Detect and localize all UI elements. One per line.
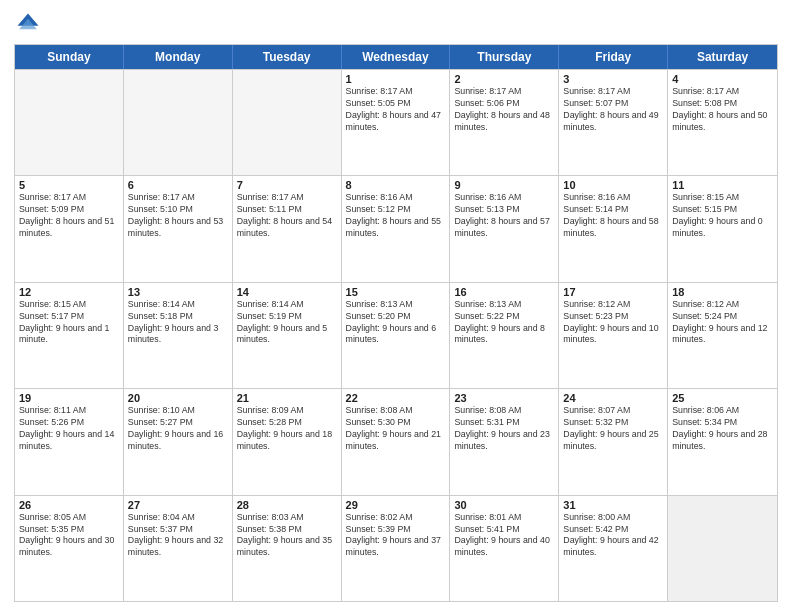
empty-cell-4-6 [668, 496, 777, 601]
day-info: Sunrise: 8:12 AM Sunset: 5:23 PM Dayligh… [563, 299, 663, 347]
header-day-tuesday: Tuesday [233, 45, 342, 69]
logo-icon [14, 10, 42, 38]
day-info: Sunrise: 8:14 AM Sunset: 5:19 PM Dayligh… [237, 299, 337, 347]
calendar-header: SundayMondayTuesdayWednesdayThursdayFrid… [15, 45, 777, 69]
calendar: SundayMondayTuesdayWednesdayThursdayFrid… [14, 44, 778, 602]
page: SundayMondayTuesdayWednesdayThursdayFrid… [0, 0, 792, 612]
day-info: Sunrise: 8:17 AM Sunset: 5:08 PM Dayligh… [672, 86, 773, 134]
day-cell-18: 18Sunrise: 8:12 AM Sunset: 5:24 PM Dayli… [668, 283, 777, 388]
day-cell-7: 7Sunrise: 8:17 AM Sunset: 5:11 PM Daylig… [233, 176, 342, 281]
day-info: Sunrise: 8:17 AM Sunset: 5:11 PM Dayligh… [237, 192, 337, 240]
day-number: 11 [672, 179, 773, 191]
day-info: Sunrise: 8:08 AM Sunset: 5:31 PM Dayligh… [454, 405, 554, 453]
day-number: 31 [563, 499, 663, 511]
calendar-body: 1Sunrise: 8:17 AM Sunset: 5:05 PM Daylig… [15, 69, 777, 601]
day-cell-16: 16Sunrise: 8:13 AM Sunset: 5:22 PM Dayli… [450, 283, 559, 388]
calendar-row-0: 1Sunrise: 8:17 AM Sunset: 5:05 PM Daylig… [15, 69, 777, 175]
day-info: Sunrise: 8:13 AM Sunset: 5:22 PM Dayligh… [454, 299, 554, 347]
day-info: Sunrise: 8:17 AM Sunset: 5:10 PM Dayligh… [128, 192, 228, 240]
day-cell-25: 25Sunrise: 8:06 AM Sunset: 5:34 PM Dayli… [668, 389, 777, 494]
day-cell-21: 21Sunrise: 8:09 AM Sunset: 5:28 PM Dayli… [233, 389, 342, 494]
day-cell-23: 23Sunrise: 8:08 AM Sunset: 5:31 PM Dayli… [450, 389, 559, 494]
day-number: 25 [672, 392, 773, 404]
day-number: 22 [346, 392, 446, 404]
day-cell-22: 22Sunrise: 8:08 AM Sunset: 5:30 PM Dayli… [342, 389, 451, 494]
day-number: 18 [672, 286, 773, 298]
day-number: 29 [346, 499, 446, 511]
logo [14, 10, 46, 38]
day-number: 7 [237, 179, 337, 191]
day-cell-30: 30Sunrise: 8:01 AM Sunset: 5:41 PM Dayli… [450, 496, 559, 601]
day-info: Sunrise: 8:13 AM Sunset: 5:20 PM Dayligh… [346, 299, 446, 347]
header-day-sunday: Sunday [15, 45, 124, 69]
day-number: 26 [19, 499, 119, 511]
day-cell-27: 27Sunrise: 8:04 AM Sunset: 5:37 PM Dayli… [124, 496, 233, 601]
header [14, 10, 778, 38]
calendar-row-4: 26Sunrise: 8:05 AM Sunset: 5:35 PM Dayli… [15, 495, 777, 601]
day-info: Sunrise: 8:17 AM Sunset: 5:09 PM Dayligh… [19, 192, 119, 240]
day-number: 23 [454, 392, 554, 404]
header-day-monday: Monday [124, 45, 233, 69]
day-number: 3 [563, 73, 663, 85]
day-number: 10 [563, 179, 663, 191]
day-number: 30 [454, 499, 554, 511]
day-cell-12: 12Sunrise: 8:15 AM Sunset: 5:17 PM Dayli… [15, 283, 124, 388]
day-cell-6: 6Sunrise: 8:17 AM Sunset: 5:10 PM Daylig… [124, 176, 233, 281]
day-number: 14 [237, 286, 337, 298]
day-cell-1: 1Sunrise: 8:17 AM Sunset: 5:05 PM Daylig… [342, 70, 451, 175]
day-cell-26: 26Sunrise: 8:05 AM Sunset: 5:35 PM Dayli… [15, 496, 124, 601]
day-number: 27 [128, 499, 228, 511]
day-number: 12 [19, 286, 119, 298]
empty-cell-0-0 [15, 70, 124, 175]
day-cell-3: 3Sunrise: 8:17 AM Sunset: 5:07 PM Daylig… [559, 70, 668, 175]
day-info: Sunrise: 8:11 AM Sunset: 5:26 PM Dayligh… [19, 405, 119, 453]
day-cell-4: 4Sunrise: 8:17 AM Sunset: 5:08 PM Daylig… [668, 70, 777, 175]
calendar-row-2: 12Sunrise: 8:15 AM Sunset: 5:17 PM Dayli… [15, 282, 777, 388]
header-day-wednesday: Wednesday [342, 45, 451, 69]
day-number: 6 [128, 179, 228, 191]
day-cell-24: 24Sunrise: 8:07 AM Sunset: 5:32 PM Dayli… [559, 389, 668, 494]
day-cell-28: 28Sunrise: 8:03 AM Sunset: 5:38 PM Dayli… [233, 496, 342, 601]
day-number: 17 [563, 286, 663, 298]
day-number: 5 [19, 179, 119, 191]
day-number: 13 [128, 286, 228, 298]
calendar-row-3: 19Sunrise: 8:11 AM Sunset: 5:26 PM Dayli… [15, 388, 777, 494]
day-number: 19 [19, 392, 119, 404]
empty-cell-0-2 [233, 70, 342, 175]
calendar-row-1: 5Sunrise: 8:17 AM Sunset: 5:09 PM Daylig… [15, 175, 777, 281]
day-number: 2 [454, 73, 554, 85]
header-day-thursday: Thursday [450, 45, 559, 69]
day-info: Sunrise: 8:06 AM Sunset: 5:34 PM Dayligh… [672, 405, 773, 453]
day-cell-14: 14Sunrise: 8:14 AM Sunset: 5:19 PM Dayli… [233, 283, 342, 388]
day-cell-5: 5Sunrise: 8:17 AM Sunset: 5:09 PM Daylig… [15, 176, 124, 281]
day-number: 9 [454, 179, 554, 191]
day-cell-2: 2Sunrise: 8:17 AM Sunset: 5:06 PM Daylig… [450, 70, 559, 175]
day-number: 20 [128, 392, 228, 404]
day-number: 28 [237, 499, 337, 511]
day-number: 4 [672, 73, 773, 85]
day-number: 15 [346, 286, 446, 298]
header-day-friday: Friday [559, 45, 668, 69]
day-info: Sunrise: 8:10 AM Sunset: 5:27 PM Dayligh… [128, 405, 228, 453]
day-info: Sunrise: 8:01 AM Sunset: 5:41 PM Dayligh… [454, 512, 554, 560]
day-info: Sunrise: 8:02 AM Sunset: 5:39 PM Dayligh… [346, 512, 446, 560]
day-cell-29: 29Sunrise: 8:02 AM Sunset: 5:39 PM Dayli… [342, 496, 451, 601]
day-cell-13: 13Sunrise: 8:14 AM Sunset: 5:18 PM Dayli… [124, 283, 233, 388]
day-info: Sunrise: 8:15 AM Sunset: 5:17 PM Dayligh… [19, 299, 119, 347]
day-info: Sunrise: 8:14 AM Sunset: 5:18 PM Dayligh… [128, 299, 228, 347]
day-cell-11: 11Sunrise: 8:15 AM Sunset: 5:15 PM Dayli… [668, 176, 777, 281]
day-info: Sunrise: 8:17 AM Sunset: 5:06 PM Dayligh… [454, 86, 554, 134]
header-day-saturday: Saturday [668, 45, 777, 69]
day-cell-8: 8Sunrise: 8:16 AM Sunset: 5:12 PM Daylig… [342, 176, 451, 281]
day-cell-9: 9Sunrise: 8:16 AM Sunset: 5:13 PM Daylig… [450, 176, 559, 281]
day-info: Sunrise: 8:17 AM Sunset: 5:07 PM Dayligh… [563, 86, 663, 134]
day-cell-19: 19Sunrise: 8:11 AM Sunset: 5:26 PM Dayli… [15, 389, 124, 494]
day-number: 16 [454, 286, 554, 298]
day-info: Sunrise: 8:07 AM Sunset: 5:32 PM Dayligh… [563, 405, 663, 453]
day-cell-20: 20Sunrise: 8:10 AM Sunset: 5:27 PM Dayli… [124, 389, 233, 494]
day-cell-10: 10Sunrise: 8:16 AM Sunset: 5:14 PM Dayli… [559, 176, 668, 281]
day-cell-15: 15Sunrise: 8:13 AM Sunset: 5:20 PM Dayli… [342, 283, 451, 388]
day-number: 24 [563, 392, 663, 404]
day-number: 21 [237, 392, 337, 404]
day-info: Sunrise: 8:00 AM Sunset: 5:42 PM Dayligh… [563, 512, 663, 560]
